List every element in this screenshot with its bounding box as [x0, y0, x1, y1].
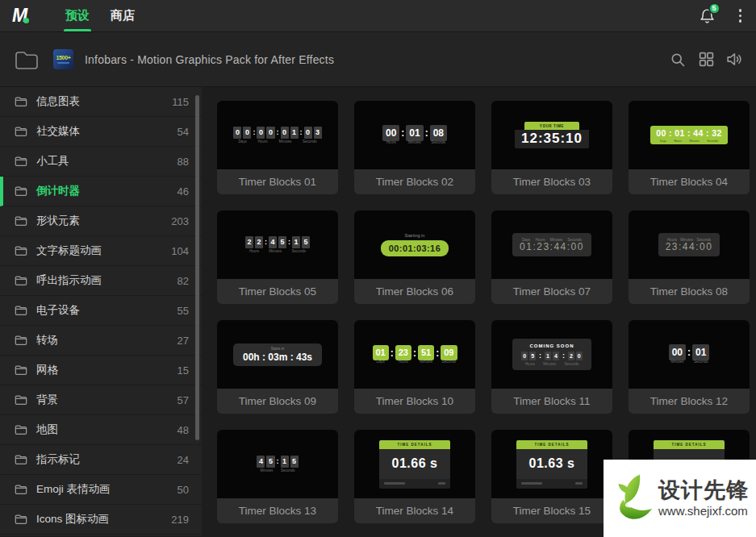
sidebar-item-label: 背景: [36, 393, 178, 407]
timer-unit-label: Seconds: [694, 360, 708, 364]
search-button[interactable]: [669, 51, 687, 69]
preset-card[interactable]: DaysHoursMinutesSeconds01:23:44:00Timer …: [491, 210, 612, 304]
sidebar-item-2[interactable]: 社交媒体54: [0, 117, 202, 147]
sidebar-item-label: 电子设备: [36, 303, 178, 318]
preset-thumbnail: Starts in00h : 03m : 43s: [217, 320, 338, 389]
colon: :: [436, 348, 439, 359]
timer-group: 01Minutes: [406, 125, 423, 145]
folder-icon: [15, 424, 27, 435]
timer-preview: DaysHoursMinutesSeconds01:23:44:00: [512, 233, 591, 257]
timer-preview: Starting in00:01:03:16: [381, 233, 449, 256]
sidebar-item-7[interactable]: 呼出指示动画82: [0, 266, 202, 296]
sidebar-item-label: 倒计时器: [36, 184, 178, 198]
sidebar-scrollbar[interactable]: [195, 95, 199, 440]
app-logo[interactable]: M: [12, 0, 54, 31]
timer-time: 01:23:44:00: [520, 242, 584, 252]
sidebar-item-label: 网格: [36, 363, 178, 377]
preset-card[interactable]: 01Days:23Hours:51Minutes:09SecondsTimer …: [354, 320, 475, 414]
sound-toggle-button[interactable]: [725, 51, 743, 69]
sidebar-item-label: 指示标记: [36, 452, 178, 467]
folder-icon: [15, 484, 27, 495]
sidebar-item-count: 104: [171, 245, 189, 257]
preset-card-name: Timer Blocks 01: [239, 176, 316, 188]
sidebar-item-count: 50: [178, 484, 189, 496]
top-bar: M 预设 商店 5: [0, 0, 756, 32]
preset-card[interactable]: 00Minutes:01SecondsTimer Blocks 12: [629, 320, 750, 414]
timer-time: 00:01:03:16: [381, 240, 449, 256]
timer-time: 00 : 01 : 44 : 32: [656, 128, 722, 139]
preset-card[interactable]: 22:45:15HoursMinutesSecondsTimer Blocks …: [217, 210, 338, 304]
timer-unit-label: Seconds: [707, 140, 718, 144]
timer-unit-label: Minutes: [543, 363, 556, 367]
preset-card[interactable]: Starts in00h : 03m : 43sTimer Blocks 09: [217, 320, 338, 414]
sidebar-item-count: 57: [178, 394, 189, 406]
watermark: 设计先锋 www.shejixf.com: [604, 460, 756, 537]
preset-card-name: Timer Blocks 02: [376, 176, 453, 188]
pack-badge: 1500+: [53, 49, 73, 69]
timer-digit: 4: [269, 236, 277, 248]
preset-card-name: Timer Blocks 10: [376, 395, 453, 407]
folder-icon: [15, 364, 27, 376]
preset-card[interactable]: TIME DETAILS01.66 sTimer Blocks 14: [354, 430, 475, 523]
preset-card[interactable]: 00:00:01:03DaysHoursMinutesSecondsTimer …: [217, 101, 338, 194]
sidebar-item-5[interactable]: 形状元素203: [0, 206, 202, 236]
sidebar-item-count: 115: [172, 96, 189, 108]
timer-tag: COMING SOON: [529, 343, 574, 348]
sidebar-item-count: 48: [178, 424, 189, 436]
preset-card[interactable]: 00Hours:01Minutes:08SecondsTimer Blocks …: [354, 101, 475, 194]
sidebar-item-label: 文字标题动画: [36, 244, 171, 258]
watermark-text: 设计先锋 www.shejixf.com: [658, 478, 749, 518]
colon: :: [288, 239, 290, 246]
timer-digit-group: 08: [430, 125, 447, 141]
colon: :: [277, 458, 279, 465]
timer-unit-label: Hours: [386, 141, 396, 145]
preset-card-name: Timer Blocks 08: [650, 285, 728, 298]
sidebar-item-8[interactable]: 电子设备55: [0, 296, 202, 326]
grid-view-button[interactable]: [697, 51, 715, 69]
timer-preview: HoursMinutesSeconds23:44:00: [658, 233, 720, 257]
preset-card[interactable]: 45:15MinutesSecondsTimer Blocks 13: [217, 430, 338, 523]
sidebar-item-10[interactable]: 网格15: [0, 356, 202, 385]
timer-digit: 0: [281, 127, 289, 139]
sidebar-item-3[interactable]: 小工具88: [0, 147, 202, 177]
timer-digit-group: 23: [395, 345, 411, 360]
preset-card[interactable]: Starting in00:01:03:16Timer Blocks 06: [354, 210, 475, 304]
tab-store[interactable]: 商店: [111, 0, 135, 31]
preset-card[interactable]: YOUR TIME12:35:10Timer Blocks 03: [491, 101, 612, 194]
timer-digit: 0: [266, 127, 274, 139]
preset-card[interactable]: HoursMinutesSeconds23:44:00Timer Blocks …: [629, 210, 750, 304]
sidebar-item-1[interactable]: 信息图表115: [0, 87, 202, 117]
folder-icon: [15, 156, 27, 167]
timer-preview: 22:45:15HoursMinutesSeconds: [244, 236, 311, 254]
timer-preview: YOUR TIME12:35:10: [515, 122, 589, 148]
tab-presets[interactable]: 预设: [65, 0, 90, 31]
sidebar-item-12[interactable]: 地图48: [0, 415, 202, 445]
timer-unit-label: Hours: [675, 140, 682, 144]
sidebar-item-13[interactable]: 指示标记24: [0, 445, 202, 475]
colon: :: [300, 129, 303, 136]
preset-thumbnail: TIME DETAILS01.63 s: [491, 430, 612, 498]
preset-card[interactable]: TIME DETAILS01.63 sTimer Blocks 15: [491, 430, 612, 523]
preset-thumbnail: Starting in00:01:03:16: [354, 210, 475, 279]
folder-icon[interactable]: [15, 49, 39, 70]
sidebar-item-count: 203: [171, 215, 189, 227]
notification-bell-button[interactable]: 5: [699, 7, 716, 25]
sidebar-item-14[interactable]: Emoji 表情动画50: [0, 475, 202, 505]
sidebar-item-11[interactable]: 背景57: [0, 385, 202, 415]
preset-card-name: Timer Blocks 07: [513, 285, 591, 298]
timer-group: 01Seconds: [692, 344, 709, 364]
timer-tag: TIME DETAILS: [516, 440, 587, 449]
preset-card[interactable]: 00 : 01 : 44 : 32DaysHoursMinutesSeconds…: [629, 101, 750, 194]
sidebar-item-6[interactable]: 文字标题动画104: [0, 236, 202, 266]
sidebar-item-count: 54: [178, 126, 189, 138]
preset-card[interactable]: COMING SOON05:14:20HoursMinutesSecondsTi…: [491, 320, 612, 414]
kebab-menu-button[interactable]: [734, 6, 747, 26]
timer-digit: 0: [304, 127, 312, 139]
sidebar-item-9[interactable]: 转场27: [0, 326, 202, 356]
timer-preview: COMING SOON05:14:20HoursMinutesSeconds: [512, 339, 591, 371]
sidebar-item-15[interactable]: Icons 图标动画219: [0, 505, 202, 535]
sidebar-item-4[interactable]: 倒计时器46: [0, 177, 202, 206]
pack-badge-decor: [57, 62, 69, 64]
timer-digit: 1: [292, 236, 300, 248]
timer-digit: 1: [290, 127, 299, 139]
